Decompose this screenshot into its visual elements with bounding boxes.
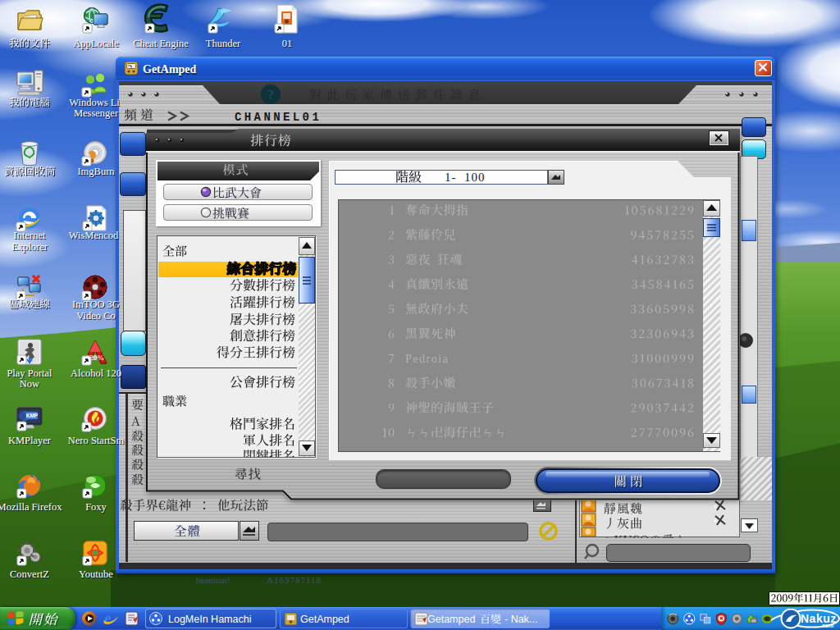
svg-text:WisMencod: WisMencod: [69, 230, 119, 241]
svg-text:Pedroia: Pedroia: [405, 353, 449, 365]
svg-text:1- 100: 1- 100: [445, 171, 486, 184]
svg-text:Messenger: Messenger: [74, 107, 119, 119]
svg-text:Youtube: Youtube: [79, 568, 113, 580]
svg-text:GetAmped: GetAmped: [300, 614, 349, 625]
svg-text:Cheat Engine: Cheat Engine: [133, 38, 189, 49]
svg-text:Explorer: Explorer: [11, 241, 48, 253]
svg-text:- Nak...: - Nak...: [504, 614, 537, 625]
svg-text:Video Co: Video Co: [76, 310, 116, 322]
svg-text:ImTOO 3G: ImTOO 3G: [72, 299, 120, 310]
svg-text:Alcohol 120: Alcohol 120: [71, 368, 121, 379]
svg-text:Windows Li: Windows Li: [69, 97, 120, 108]
svg-text:Mozilla Firefox: Mozilla Firefox: [0, 501, 62, 513]
svg-text:Nero StartSm: Nero StartSm: [68, 435, 125, 446]
svg-text:CHANNEL01: CHANNEL01: [235, 111, 322, 124]
svg-text:Foxy: Foxy: [85, 501, 107, 513]
svg-text:beamtun!: beamtun!: [196, 575, 231, 585]
svg-text:ConvertZ: ConvertZ: [10, 568, 49, 580]
svg-text:AppLocale: AppLocale: [73, 38, 119, 49]
svg-text:LogMeIn Hamachi: LogMeIn Hamachi: [168, 614, 251, 625]
svg-text:Thunder: Thunder: [206, 38, 241, 49]
svg-text:Now: Now: [20, 378, 39, 390]
svg-text:GetAmped: GetAmped: [143, 63, 197, 75]
svg-text:KMPlayer: KMPlayer: [8, 435, 52, 446]
svg-text:Play Portal: Play Portal: [7, 368, 52, 379]
svg-text:ImgBurn: ImgBurn: [77, 166, 115, 177]
svg-text:01: 01: [282, 38, 293, 49]
svg-text:A169787118: A169787118: [267, 575, 322, 585]
svg-text:Getamped: Getamped: [427, 614, 475, 625]
svg-text:Internet: Internet: [14, 230, 46, 241]
